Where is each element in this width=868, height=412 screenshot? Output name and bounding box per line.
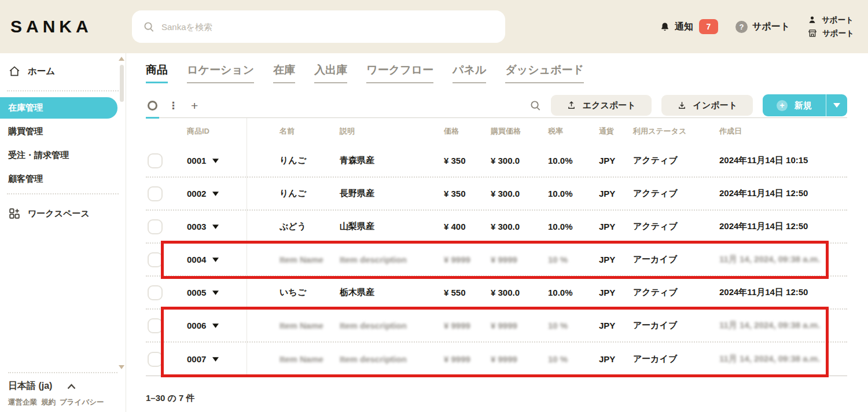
product-id-cell[interactable]: 0006	[187, 321, 247, 330]
product-created-date: 11月 14, 2024, 09:38 a.m.	[719, 254, 847, 265]
scrollbar-thumb[interactable]	[120, 65, 124, 102]
header-created-date[interactable]: 作成日	[719, 126, 847, 137]
workspace-menu-button[interactable]: サポート	[807, 28, 854, 39]
product-currency: JPY	[599, 321, 633, 330]
user-menu-button[interactable]: サポート	[807, 15, 854, 25]
product-tax-rate: 10 %	[548, 255, 599, 264]
caret-down-icon[interactable]	[212, 258, 219, 262]
row-checkbox[interactable]	[148, 186, 163, 201]
row-checkbox[interactable]	[148, 285, 163, 300]
row-checkbox[interactable]	[148, 252, 163, 267]
row-checkbox[interactable]	[148, 318, 163, 333]
link-privacy[interactable]: プライバシー	[60, 398, 104, 407]
new-record-button[interactable]: + 新規	[763, 94, 847, 116]
tab-products[interactable]: 商品	[146, 62, 168, 83]
caret-down-icon[interactable]	[212, 225, 219, 229]
module-tabs: 商品 ロケーション 在庫 入出庫 ワークフロー パネル ダッシュボード	[146, 62, 847, 83]
table-row[interactable]: 0004 Item Name Item description ¥ 9999 ¥…	[146, 244, 847, 277]
product-status: アクティブ	[633, 287, 719, 298]
pagination-count: 1–30 の 7 件	[146, 393, 847, 404]
topbar: SANKA 通知 7 ? サポート サポート	[0, 0, 868, 53]
sidebar-footer: 日本語 (ja) 運営企業 規約 プライバシー	[0, 372, 126, 407]
sidebar-item-home[interactable]: ホーム	[0, 53, 126, 87]
sidebar-item-inventory[interactable]: 在庫管理	[0, 97, 117, 119]
scroll-up-icon[interactable]	[119, 57, 124, 61]
product-status: アーカイブ	[633, 354, 719, 365]
export-button[interactable]: エクスポート	[551, 95, 652, 116]
caret-down-icon[interactable]	[212, 357, 219, 362]
header-currency[interactable]: 通貨	[599, 126, 633, 137]
global-search[interactable]	[132, 10, 505, 43]
product-id-cell[interactable]: 0004	[187, 255, 247, 264]
table-row[interactable]: 0006 Item Name Item description ¥ 9999 ¥…	[146, 310, 847, 343]
product-purchase-price: ¥ 9999	[491, 255, 548, 264]
sidebar-item-customers[interactable]: 顧客管理	[0, 168, 126, 190]
table-row[interactable]: 0003 ぶどう 山梨県産 ¥ 400 ¥ 300.0 10.0% JPY アク…	[146, 211, 847, 244]
link-company[interactable]: 運営企業	[8, 398, 37, 407]
new-record-main[interactable]: + 新規	[763, 94, 826, 116]
row-checkbox-cell	[146, 186, 187, 201]
table-row[interactable]: 0007 Item Name Item description ¥ 9999 ¥…	[146, 343, 847, 376]
chevron-up-icon	[67, 384, 76, 389]
tab-dashboard[interactable]: ダッシュボード	[505, 62, 584, 83]
header-tax-rate[interactable]: 税率	[548, 126, 599, 137]
view-tab-button[interactable]	[146, 93, 159, 117]
sidebar-divider	[7, 193, 119, 194]
product-purchase-price: ¥ 9999	[491, 354, 548, 364]
kebab-menu-icon[interactable]: ⋮	[168, 100, 178, 112]
product-id-cell[interactable]: 0002	[187, 189, 247, 198]
account-menu: サポート サポート	[807, 15, 854, 39]
header-price[interactable]: 価格	[444, 126, 491, 137]
row-checkbox[interactable]	[148, 219, 163, 234]
tab-inbound-outbound[interactable]: 入出庫	[314, 62, 347, 83]
tab-locations[interactable]: ロケーション	[187, 62, 254, 83]
caret-down-icon[interactable]	[212, 192, 219, 196]
product-id-cell[interactable]: 0003	[187, 222, 247, 231]
product-id-cell[interactable]: 0007	[187, 354, 247, 364]
sidebar-scrollbar[interactable]	[119, 57, 124, 409]
product-id-cell[interactable]: 0005	[187, 288, 247, 297]
product-tax-rate: 10.0%	[548, 288, 599, 297]
sidebar-item-purchasing[interactable]: 購買管理	[0, 121, 126, 142]
product-id-cell[interactable]: 0001	[187, 156, 247, 165]
table-row[interactable]: 0002 りんご 長野県産 ¥ 350 ¥ 300.0 10.0% JPY アク…	[146, 178, 847, 211]
caret-down-icon[interactable]	[212, 290, 219, 295]
add-view-button[interactable]: +	[191, 100, 198, 112]
sidebar-home-label: ホーム	[28, 65, 55, 78]
table-row[interactable]: 0005 いちご 栃木県産 ¥ 550 ¥ 300.0 10.0% JPY アク…	[146, 277, 847, 310]
row-checkbox-cell	[146, 219, 187, 234]
main-content: 商品 ロケーション 在庫 入出庫 ワークフロー パネル ダッシュボード ⋮ + …	[126, 53, 868, 412]
workspace-icon	[8, 207, 21, 220]
language-selector[interactable]: 日本語 (ja)	[8, 380, 117, 392]
row-checkbox[interactable]	[148, 352, 163, 367]
link-terms[interactable]: 規約	[41, 398, 56, 407]
search-input[interactable]	[161, 22, 494, 32]
table-row[interactable]: 0001 りんご 青森県産 ¥ 350 ¥ 300.0 10.0% JPY アク…	[146, 145, 847, 178]
product-price: ¥ 350	[444, 156, 491, 165]
header-purchase-price[interactable]: 購買価格	[491, 126, 548, 137]
product-created-date: 2024年11月14日 12:50	[719, 287, 847, 298]
notifications-button[interactable]: 通知 7	[660, 19, 718, 34]
scroll-down-icon[interactable]	[119, 365, 124, 369]
header-usage-status[interactable]: 利用ステータス	[633, 126, 719, 137]
tab-workflow[interactable]: ワークフロー	[366, 62, 433, 83]
caret-down-icon[interactable]	[212, 159, 219, 163]
new-record-dropdown[interactable]	[826, 94, 847, 116]
header-name[interactable]: 名前	[247, 126, 340, 137]
store-icon	[807, 28, 818, 38]
notifications-badge: 7	[699, 19, 718, 34]
sidebar-item-workspace[interactable]: ワークスペース	[0, 199, 126, 228]
product-description: Item description	[340, 354, 444, 364]
row-checkbox[interactable]	[148, 153, 163, 168]
table-search-icon[interactable]	[530, 100, 541, 111]
product-tax-rate: 10.0%	[548, 189, 599, 198]
tab-panel[interactable]: パネル	[453, 62, 486, 83]
sidebar-item-orders-billing[interactable]: 受注・請求管理	[0, 145, 126, 166]
support-button[interactable]: ? サポート	[735, 21, 790, 33]
caret-down-icon[interactable]	[212, 323, 219, 328]
import-button[interactable]: インポート	[661, 95, 753, 116]
header-product-id[interactable]: 商品ID	[187, 126, 247, 137]
search-icon	[144, 21, 155, 32]
header-description[interactable]: 説明	[340, 126, 444, 137]
tab-stock[interactable]: 在庫	[273, 62, 295, 83]
